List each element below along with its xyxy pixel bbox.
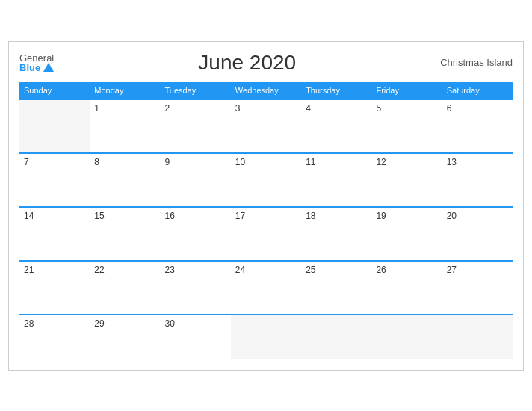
calendar-grid: SundayMondayTuesdayWednesdayThursdayFrid… <box>19 82 513 359</box>
week-row-3: 14151617181920 <box>19 207 513 261</box>
calendar-cell: 28 <box>19 315 90 359</box>
day-number: 17 <box>235 211 245 221</box>
day-number: 1 <box>94 103 99 114</box>
calendar-cell: 18 <box>301 207 371 261</box>
day-number: 14 <box>24 211 34 221</box>
calendar-cell: 23 <box>161 261 231 315</box>
calendar-cell <box>19 99 90 153</box>
day-number: 12 <box>376 157 386 167</box>
day-number: 10 <box>235 157 245 167</box>
calendar-cell: 9 <box>161 153 231 207</box>
day-number: 24 <box>235 265 245 275</box>
day-number: 5 <box>376 103 381 114</box>
day-number: 2 <box>165 103 170 114</box>
week-row-1: 123456 <box>19 99 513 153</box>
day-number: 13 <box>447 157 457 167</box>
logo-triangle-icon <box>43 63 54 72</box>
logo-blue-text: Blue <box>19 63 54 72</box>
weekday-header-friday: Friday <box>371 82 442 99</box>
weekday-header-row: SundayMondayTuesdayWednesdayThursdayFrid… <box>19 82 513 99</box>
weekday-header-monday: Monday <box>90 82 160 99</box>
day-number: 19 <box>376 211 386 221</box>
day-number: 16 <box>165 211 175 221</box>
calendar-cell <box>301 315 371 359</box>
calendar-cell: 20 <box>442 207 513 261</box>
calendar-cell: 5 <box>371 99 442 153</box>
weekday-header-sunday: Sunday <box>19 82 90 99</box>
day-number: 20 <box>447 211 457 221</box>
day-number: 26 <box>376 265 386 275</box>
day-number: 21 <box>24 265 34 275</box>
calendar-cell: 1 <box>90 99 160 153</box>
week-row-5: 282930 <box>19 315 513 359</box>
calendar-header: General Blue June 2020 Christmas Island <box>19 51 513 75</box>
week-row-4: 21222324252627 <box>19 261 513 315</box>
week-row-2: 78910111213 <box>19 153 513 207</box>
calendar-cell: 24 <box>231 261 301 315</box>
calendar-cell <box>231 315 301 359</box>
weekday-header-tuesday: Tuesday <box>161 82 231 99</box>
day-number: 4 <box>306 103 311 114</box>
calendar-cell: 4 <box>301 99 371 153</box>
day-number: 22 <box>94 265 104 275</box>
calendar-cell: 25 <box>301 261 371 315</box>
day-number: 8 <box>94 157 99 167</box>
calendar-cell: 21 <box>19 261 90 315</box>
day-number: 6 <box>447 103 452 114</box>
day-number: 25 <box>306 265 315 275</box>
calendar-cell <box>442 315 513 359</box>
day-number: 11 <box>306 157 315 167</box>
calendar-cell: 10 <box>231 153 301 207</box>
day-number: 9 <box>165 157 170 167</box>
calendar-cell: 7 <box>19 153 90 207</box>
calendar-cell: 17 <box>231 207 301 261</box>
day-number: 15 <box>94 211 104 221</box>
calendar-cell: 30 <box>161 315 231 359</box>
calendar-cell: 26 <box>371 261 442 315</box>
weekday-header-thursday: Thursday <box>301 82 371 99</box>
day-number: 27 <box>447 265 457 275</box>
logo: General Blue <box>19 53 54 72</box>
calendar-location: Christmas Island <box>440 57 513 68</box>
calendar-cell: 29 <box>90 315 160 359</box>
day-number: 23 <box>165 265 175 275</box>
calendar-cell: 3 <box>231 99 301 153</box>
day-number: 29 <box>94 318 104 329</box>
day-number: 7 <box>24 157 29 167</box>
day-number: 18 <box>306 211 315 221</box>
calendar-container: General Blue June 2020 Christmas Island … <box>8 41 524 371</box>
calendar-cell: 2 <box>161 99 231 153</box>
calendar-cell: 27 <box>442 261 513 315</box>
weekday-header-wednesday: Wednesday <box>231 82 301 99</box>
calendar-cell: 15 <box>90 207 160 261</box>
calendar-cell: 13 <box>442 153 513 207</box>
logo-general-text: General <box>19 53 54 63</box>
calendar-cell: 6 <box>442 99 513 153</box>
calendar-cell: 14 <box>19 207 90 261</box>
calendar-cell <box>371 315 442 359</box>
weekday-header-saturday: Saturday <box>442 82 513 99</box>
calendar-title: June 2020 <box>198 51 296 75</box>
day-number: 30 <box>165 318 175 329</box>
calendar-cell: 11 <box>301 153 371 207</box>
day-number: 3 <box>235 103 241 114</box>
calendar-cell: 16 <box>161 207 231 261</box>
calendar-cell: 12 <box>371 153 442 207</box>
calendar-cell: 22 <box>90 261 160 315</box>
calendar-cell: 19 <box>371 207 442 261</box>
calendar-cell: 8 <box>90 153 160 207</box>
day-number: 28 <box>24 318 34 329</box>
